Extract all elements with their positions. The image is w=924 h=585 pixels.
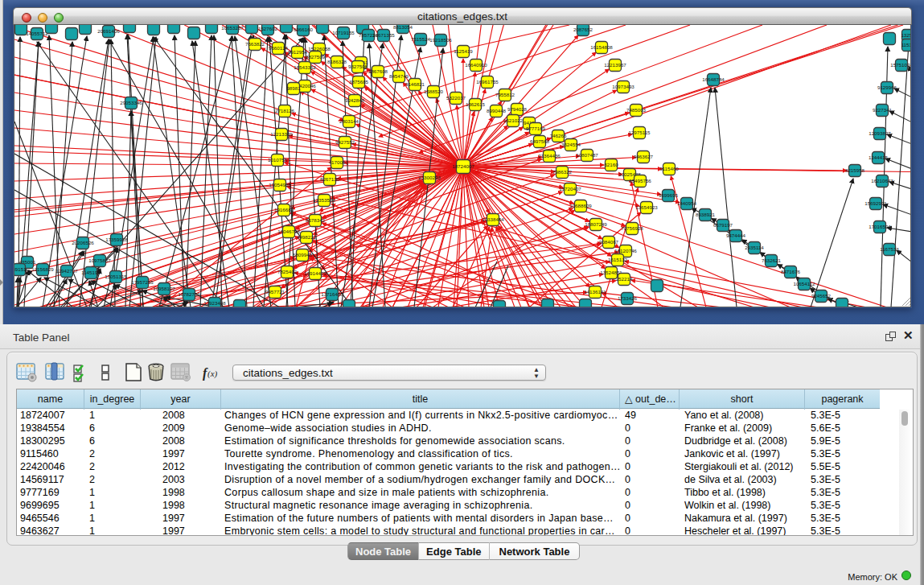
svg-text:7955812: 7955812 — [495, 92, 515, 97]
svg-text:23300293: 23300293 — [418, 175, 441, 180]
svg-text:8678342: 8678342 — [306, 217, 326, 223]
svg-text:746266: 746266 — [550, 133, 567, 138]
svg-text:18724007: 18724007 — [452, 163, 474, 169]
svg-text:17016504: 17016504 — [869, 224, 891, 229]
svg-text:9115460: 9115460 — [659, 166, 679, 171]
svg-text:16640910: 16640910 — [465, 62, 487, 68]
svg-text:9457721: 9457721 — [265, 289, 285, 295]
svg-text:2718126: 2718126 — [275, 108, 295, 113]
svg-text:5322037: 5322037 — [446, 95, 466, 101]
svg-text:8813054: 8813054 — [393, 25, 413, 30]
svg-text:7825402: 7825402 — [277, 269, 298, 274]
svg-text:8471676: 8471676 — [781, 269, 801, 274]
svg-text:15692971: 15692971 — [864, 200, 887, 206]
svg-text:17957255: 17957255 — [131, 279, 154, 285]
svg-text:10671355: 10671355 — [372, 32, 395, 38]
svg-text:8186328: 8186328 — [327, 59, 347, 64]
svg-text:417006: 417006 — [329, 159, 346, 165]
svg-text:9699695: 9699695 — [659, 192, 679, 198]
svg-text:15495756: 15495756 — [629, 178, 651, 183]
svg-text:16210643: 16210643 — [871, 178, 893, 183]
svg-text:6497568: 6497568 — [530, 138, 550, 144]
svg-text:1145191: 1145191 — [81, 270, 101, 275]
svg-text:12213369: 12213369 — [270, 131, 293, 137]
svg-text:12975115: 12975115 — [628, 130, 651, 135]
svg-text:18807249: 18807249 — [585, 221, 607, 227]
svg-text:8454749: 8454749 — [389, 73, 409, 79]
svg-text:7515524: 7515524 — [411, 36, 431, 42]
svg-text:19218506: 19218506 — [429, 37, 452, 43]
svg-text:8267130: 8267130 — [320, 176, 340, 182]
svg-text:12923448: 12923448 — [203, 300, 226, 306]
svg-text:19054985: 19054985 — [269, 182, 291, 187]
svg-text:2087652: 2087652 — [573, 27, 593, 32]
svg-text:10973493: 10973493 — [612, 84, 634, 89]
svg-text:9777169: 9777169 — [526, 126, 546, 131]
svg-text:21364436: 21364436 — [538, 153, 561, 159]
svg-text:7663822: 7663822 — [245, 41, 265, 47]
svg-text:8912954: 8912954 — [288, 49, 308, 55]
svg-text:1916682: 1916682 — [274, 207, 294, 212]
svg-text:29053346: 29053346 — [120, 100, 142, 105]
svg-text:10653287: 10653287 — [221, 25, 244, 31]
svg-text:3875685: 3875685 — [349, 79, 369, 84]
svg-text:2803144: 2803144 — [339, 118, 359, 124]
svg-text:9227341: 9227341 — [873, 107, 893, 113]
svg-text:12942737: 12942737 — [55, 268, 78, 274]
svg-text:10958107: 10958107 — [153, 286, 175, 291]
svg-text:15720407: 15720407 — [559, 186, 581, 192]
svg-text:2867608: 2867608 — [368, 68, 388, 74]
svg-text:14136141: 14136141 — [584, 289, 606, 295]
svg-text:4498222: 4498222 — [297, 234, 317, 240]
svg-text:20691406: 20691406 — [97, 28, 120, 34]
svg-text:8990448: 8990448 — [487, 108, 507, 113]
svg-text:16914479: 16914479 — [304, 270, 326, 276]
svg-text:1621022: 1621022 — [503, 117, 524, 123]
svg-text:1733426: 1733426 — [618, 295, 638, 301]
svg-text:12156829: 12156829 — [31, 266, 54, 272]
svg-text:62160: 62160 — [604, 162, 618, 167]
svg-text:252214: 252214 — [616, 276, 633, 282]
svg-text:9474444: 9474444 — [726, 233, 746, 238]
svg-text:12093827: 12093827 — [869, 130, 891, 136]
svg-text:39151: 39151 — [14, 266, 27, 272]
svg-text:2935114: 2935114 — [745, 245, 764, 250]
svg-text:9794028: 9794028 — [507, 106, 528, 112]
svg-text:16120746: 16120746 — [614, 248, 637, 253]
svg-text:1010755: 1010755 — [268, 157, 288, 163]
svg-text:8938921: 8938921 — [696, 212, 716, 217]
svg-text:1588520: 1588520 — [424, 89, 444, 94]
svg-text:13254: 13254 — [901, 32, 911, 38]
svg-text:7632621: 7632621 — [762, 257, 782, 263]
svg-text:10782759: 10782759 — [178, 291, 200, 297]
svg-text:9242848: 9242848 — [345, 97, 365, 103]
svg-text:16154808: 16154808 — [590, 44, 613, 50]
svg-text:1615132: 1615132 — [608, 257, 628, 262]
svg-text:9084067: 9084067 — [599, 239, 619, 245]
svg-text:12353594: 12353594 — [313, 197, 335, 203]
svg-text:10975867: 10975867 — [88, 257, 111, 263]
svg-text:15751074: 15751074 — [890, 62, 911, 68]
svg-text:13654923: 13654923 — [635, 204, 658, 210]
svg-text:10719155: 10719155 — [332, 30, 355, 35]
svg-text:10688609: 10688609 — [569, 203, 592, 208]
svg-text:7485003: 7485003 — [626, 107, 647, 113]
svg-text:9463627: 9463627 — [634, 154, 654, 159]
svg-text:3827509: 3827509 — [306, 54, 326, 60]
svg-text:70756928: 70756928 — [621, 225, 643, 231]
svg-text:1244415: 1244415 — [869, 154, 889, 160]
svg-text:7986322: 7986322 — [552, 169, 573, 175]
svg-text:1125419: 1125419 — [454, 48, 473, 54]
svg-text:17359928: 17359928 — [105, 237, 128, 242]
svg-text:12213967: 12213967 — [604, 62, 626, 68]
svg-text:10654112: 10654112 — [793, 281, 815, 286]
svg-text:20206526: 20206526 — [72, 240, 94, 245]
svg-text:6966160: 6966160 — [294, 27, 314, 32]
svg-text:11512: 11512 — [901, 42, 911, 47]
svg-text:16961755: 16961755 — [476, 79, 499, 84]
svg-text:16046798: 16046798 — [277, 229, 300, 234]
svg-text:9245652: 9245652 — [811, 293, 832, 299]
svg-text:9146821: 9146821 — [405, 81, 425, 87]
svg-text:6809948: 6809948 — [293, 252, 313, 257]
svg-text:9327508: 9327508 — [348, 64, 368, 69]
